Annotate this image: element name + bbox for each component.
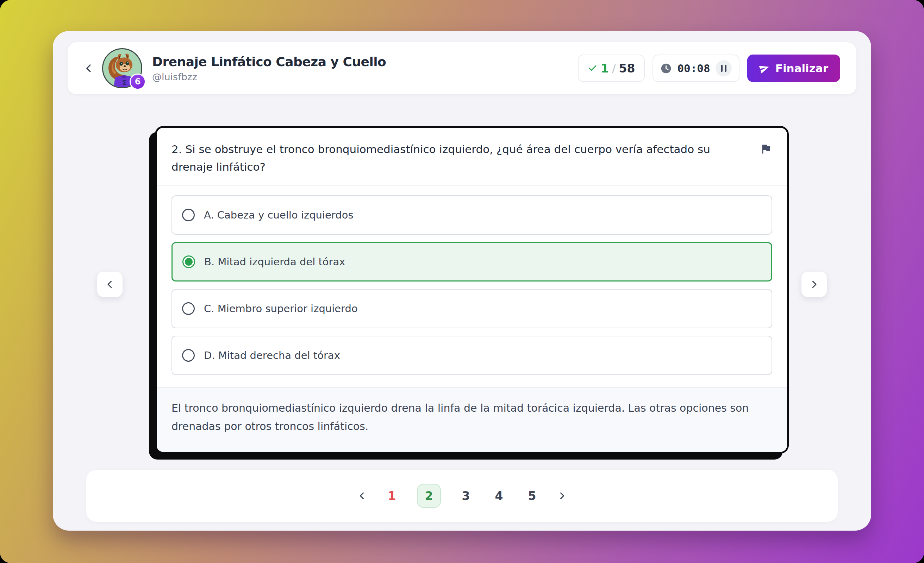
- radio-unchecked-icon[interactable]: [182, 349, 195, 362]
- chevron-right-icon: [809, 279, 819, 290]
- timer-value: 00:08: [677, 62, 710, 75]
- level-badge: 6: [130, 73, 146, 90]
- pagination-prev-button[interactable]: [357, 491, 367, 501]
- next-question-button[interactable]: [801, 272, 827, 297]
- header-actions: 1 / 58 00:08 Fina: [578, 55, 840, 82]
- page-button-4[interactable]: 4: [491, 489, 507, 503]
- options-list: A. Cabeza y cuello izquierdos B. Mitad i…: [157, 186, 787, 387]
- finish-button[interactable]: Finalizar: [747, 55, 840, 82]
- answered-count: 1: [601, 61, 609, 75]
- back-button[interactable]: [81, 60, 96, 76]
- chevron-right-icon: [557, 491, 567, 501]
- quiz-author: @luisfbzz: [152, 72, 386, 82]
- flag-button[interactable]: [759, 142, 772, 155]
- header-titles: Drenaje Linfático Cabeza y Cuello @luisf…: [152, 55, 386, 82]
- option-d[interactable]: D. Mitad derecha del tórax: [171, 336, 772, 375]
- pause-icon: [725, 65, 726, 72]
- quiz-title: Drenaje Linfático Cabeza y Cuello: [152, 55, 386, 69]
- question-text: 2. Si se obstruye el tronco bronquiomedi…: [171, 141, 731, 175]
- question-header: 2. Si se obstruye el tronco bronquiomedi…: [157, 128, 787, 186]
- total-count: 58: [619, 61, 635, 75]
- option-label: A. Cabeza y cuello izquierdos: [204, 209, 354, 221]
- explanation-text: El tronco bronquiomediastínico izquierdo…: [157, 388, 787, 451]
- option-c[interactable]: C. Miembro superior izquierdo: [171, 289, 772, 328]
- option-a[interactable]: A. Cabeza y cuello izquierdos: [171, 195, 772, 235]
- clock-icon: [660, 63, 672, 74]
- pagination-next-button[interactable]: [557, 491, 567, 501]
- page-button-1[interactable]: 1: [384, 489, 400, 503]
- chevron-left-icon: [105, 279, 115, 290]
- question-card: 2. Si se obstruye el tronco bronquiomedi…: [155, 126, 789, 454]
- pagination-bar: 1 2 3 4 5: [86, 470, 838, 522]
- radio-unchecked-icon[interactable]: [182, 302, 195, 315]
- timer: 00:08: [652, 55, 739, 82]
- option-b-selected[interactable]: B. Mitad izquierda del tórax: [171, 242, 772, 282]
- chevron-left-icon: [83, 63, 94, 74]
- flag-icon: [759, 142, 772, 155]
- previous-question-button[interactable]: [97, 272, 123, 297]
- progress-separator: /: [612, 62, 615, 75]
- page-button-2-active[interactable]: 2: [417, 484, 441, 508]
- avatar: Σ 6: [102, 48, 142, 88]
- send-icon: [758, 61, 771, 75]
- finish-button-label: Finalizar: [776, 62, 828, 75]
- screenshot-stage: Σ 6 Drenaje Linfático Cabeza y Cuello @l…: [0, 0, 924, 563]
- option-label: D. Mitad derecha del tórax: [204, 349, 340, 361]
- option-label: B. Mitad izquierda del tórax: [204, 256, 345, 268]
- radio-unchecked-icon[interactable]: [182, 209, 195, 221]
- app-panel: Σ 6 Drenaje Linfático Cabeza y Cuello @l…: [53, 31, 871, 531]
- check-icon: [588, 63, 598, 73]
- page-button-3[interactable]: 3: [458, 489, 474, 503]
- page-button-5[interactable]: 5: [524, 489, 540, 503]
- pause-button[interactable]: [716, 60, 732, 76]
- chevron-left-icon: [357, 491, 367, 501]
- pause-icon: [721, 65, 723, 72]
- avatar-shirt-glyph: Σ: [122, 79, 127, 87]
- header: Σ 6 Drenaje Linfático Cabeza y Cuello @l…: [68, 42, 856, 94]
- progress-counter: 1 / 58: [578, 55, 645, 82]
- radio-checked-icon[interactable]: [182, 256, 195, 268]
- option-label: C. Miembro superior izquierdo: [204, 302, 358, 314]
